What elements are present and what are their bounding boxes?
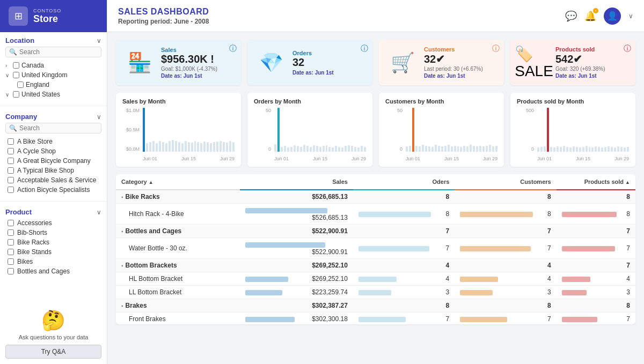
sub-row[interactable]: Hitch Rack - 4-Bike$526,685.13888: [116, 204, 635, 225]
product-bike-stands[interactable]: Bike Stands: [5, 247, 101, 257]
qa-section: 🤔 Ask questions to your data Try Q&A: [0, 299, 107, 364]
cell-customers: 7: [455, 313, 556, 325]
chart-products-sold-by-month: Products sold by Month5000Jun 01Jun 15Ju…: [510, 93, 635, 167]
location-us[interactable]: ∨ United States: [5, 90, 101, 99]
product-title: Product: [5, 208, 32, 216]
company-great-bicycle[interactable]: A Great Bicycle Company: [5, 156, 101, 166]
qa-button[interactable]: Try Q&A: [5, 345, 101, 359]
england-checkbox[interactable]: [17, 81, 24, 88]
col-header-customers[interactable]: Customers: [455, 174, 556, 190]
cell-orders: 8: [353, 204, 455, 225]
product-header: Product ∨: [5, 208, 101, 216]
company-section: Company ∨ 🔍 A Bike Store A Cycle Shop A …: [0, 108, 107, 199]
sales-goal: Goal: $1,000K (-4.37%): [161, 66, 233, 72]
product-bikes[interactable]: Bikes: [5, 257, 101, 266]
canada-checkbox[interactable]: [13, 62, 19, 69]
uk-children: England: [5, 80, 101, 90]
category-row[interactable]: ▪Bottom Brackets$269,252.10447: [116, 259, 635, 272]
sub-row[interactable]: Water Bottle - 30 oz.$522,900.91777: [116, 238, 635, 259]
cell-category: Hitch Rack - 4-Bike: [116, 204, 240, 225]
cell-customers: 7: [455, 225, 556, 238]
col-header-sales[interactable]: Sales: [240, 174, 353, 190]
cell-products: 8: [557, 299, 635, 313]
cell-orders: 7: [353, 313, 455, 325]
company-a-bike-store[interactable]: A Bike Store: [5, 137, 101, 146]
sub-row[interactable]: HL Bottom Bracket$269,252.10444: [116, 272, 635, 286]
location-header: Location ∨: [5, 36, 101, 44]
cell-sales: $269,252.10: [240, 272, 353, 286]
sub-row[interactable]: LL Bottom Bracket$223,259.74333: [116, 286, 635, 299]
product-bib-shorts[interactable]: Bib-Shorts: [5, 228, 101, 237]
chart-area-2: 500Jun 01Jun 15Jun 29: [385, 108, 497, 161]
dashboard-content: 🏪 Sales $956.30K ! Goal: $1,000K (-4.37%…: [107, 32, 644, 364]
user-avatar[interactable]: 👤: [604, 8, 621, 25]
collapse-icon[interactable]: ▪: [121, 263, 123, 269]
brand-logo: ⊞: [9, 6, 28, 26]
col-header-orders[interactable]: Oders: [353, 174, 455, 190]
cell-sales: $526,685.13: [240, 190, 353, 204]
col-header-category[interactable]: Category ▲: [116, 174, 240, 190]
products-help-icon[interactable]: ⓘ: [624, 44, 631, 54]
cell-orders: 4: [353, 259, 455, 272]
company-a-cycle-shop[interactable]: A Cycle Shop: [5, 146, 101, 156]
cell-category: ▪Bike Racks: [116, 190, 240, 204]
cell-sales: $522,900.91: [240, 238, 353, 259]
reporting-value: June - 2008: [174, 18, 209, 25]
company-search-input[interactable]: [19, 124, 98, 132]
product-section: Product ∨ Accessories Bib-Shorts Bike Ra…: [0, 204, 107, 280]
location-uk[interactable]: ∨ United Kingdom: [5, 70, 101, 80]
cell-sales: $302,300.18: [240, 313, 353, 325]
orders-value: 32: [292, 56, 365, 69]
us-chevron: ∨: [5, 92, 11, 98]
products-label: Products sold: [555, 46, 628, 53]
qa-text: Ask questions to your data: [5, 334, 101, 340]
sales-table: Category ▲ Sales Oders Customers Product…: [116, 174, 635, 324]
category-row[interactable]: ▪Bike Racks$526,685.13888: [116, 190, 635, 204]
notification-badge: •: [593, 8, 598, 13]
customers-value: 32✔: [424, 53, 496, 65]
cell-sales: $522,900.91: [240, 225, 353, 238]
location-england[interactable]: England: [17, 80, 101, 90]
collapse-icon[interactable]: ▪: [121, 194, 123, 200]
us-checkbox[interactable]: [13, 91, 19, 98]
chat-icon[interactable]: 💬: [565, 10, 577, 22]
category-row[interactable]: ▪Brakes$302,387.27888: [116, 299, 635, 313]
cell-category: Water Bottle - 30 oz.: [116, 238, 240, 259]
topbar-icons: 💬 🔔 • 👤 ∨: [565, 8, 633, 25]
sub-row[interactable]: Front Brakes$302,300.18777: [116, 313, 635, 325]
table-wrap[interactable]: Category ▲ Sales Oders Customers Product…: [116, 174, 635, 324]
product-bottles-cages[interactable]: Bottles and Cages: [5, 266, 101, 276]
collapse-icon[interactable]: ▪: [121, 303, 123, 309]
product-bike-racks[interactable]: Bike Racks: [5, 237, 101, 247]
product-chevron[interactable]: ∨: [97, 209, 101, 216]
company-chevron[interactable]: ∨: [97, 113, 101, 121]
collapse-icon[interactable]: ▪: [121, 228, 123, 234]
uk-checkbox[interactable]: [13, 72, 19, 78]
products-goal: Goal: 320 (+69.38%): [555, 66, 628, 72]
notification-icon[interactable]: 🔔 •: [584, 10, 596, 22]
products-illustration: 🏷️ SALE: [518, 47, 550, 79]
canada-chevron: ›: [5, 63, 11, 69]
cell-category: ▪Bottom Brackets: [116, 259, 240, 272]
location-search-icon: 🔍: [9, 48, 17, 56]
topbar-title-block: SALES DASHBOARD Reporting period: June -…: [118, 7, 209, 25]
cell-category: HL Bottom Bracket: [116, 272, 240, 286]
cell-products: 8: [557, 204, 635, 225]
col-header-products[interactable]: Products sold ▲: [557, 174, 635, 190]
cell-customers: 3: [455, 286, 556, 299]
company-typical-bike[interactable]: A Typical Bike Shop: [5, 166, 101, 175]
cell-orders: 8: [353, 299, 455, 313]
company-action-bicycle[interactable]: Action Bicycle Specialists: [5, 185, 101, 195]
location-canada[interactable]: › Canada: [5, 61, 101, 70]
customers-help-icon[interactable]: ⓘ: [492, 44, 500, 54]
data-table-card: Category ▲ Sales Oders Customers Product…: [116, 174, 635, 324]
location-search-input[interactable]: [19, 48, 98, 56]
user-menu-chevron[interactable]: ∨: [628, 12, 633, 20]
sales-help-icon[interactable]: ⓘ: [229, 44, 237, 54]
location-chevron[interactable]: ∨: [97, 37, 101, 44]
orders-date: Date as: Jun 1st: [292, 70, 365, 76]
company-acceptable-sales[interactable]: Acceptable Sales & Service: [5, 175, 101, 185]
category-row[interactable]: ▪Bottles and Cages$522,900.91777: [116, 225, 635, 238]
product-accessories[interactable]: Accessories: [5, 218, 101, 228]
orders-help-icon[interactable]: ⓘ: [361, 44, 368, 54]
